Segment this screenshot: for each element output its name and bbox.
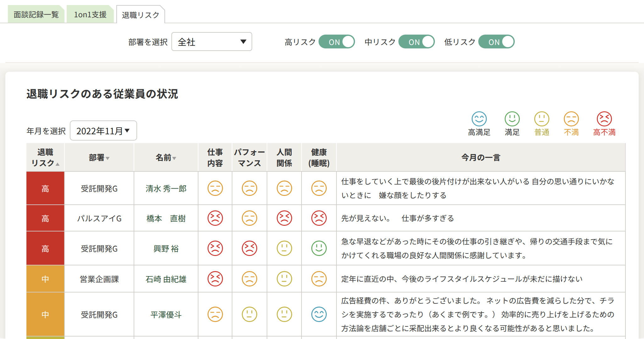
mood-legend: 高満足満足普通不満高不満 [468, 111, 616, 136]
sort-asc-icon[interactable] [55, 162, 60, 166]
mood-face-sad-icon [311, 180, 327, 196]
page-background: 退職リスクのある従業員の状況 年月を選択 2022年11月 高満足満足普通不満高… [0, 63, 644, 338]
employee-row-1: 高パルスアイG橋本 直樹先が見えない。 仕事が多すぎる [26, 205, 625, 231]
score-cell [302, 265, 336, 292]
toggle-knob[interactable] [502, 36, 514, 47]
mood-face-sad-icon [242, 180, 258, 196]
risk-level-cell: 高 [26, 205, 64, 231]
legend-item-sad: 不満 [564, 111, 579, 136]
toggle-label-2: 低リスク [444, 36, 476, 47]
column-header-2[interactable]: 名前 [134, 143, 198, 171]
mood-face-very-sad-icon [597, 111, 612, 127]
column-header-0[interactable]: 退職リスク [26, 143, 64, 171]
score-cell [232, 205, 267, 231]
monthly-comment-cell: 定年に直近の中、今後のライフスタイルスケジュールが未だに描けない [336, 265, 625, 292]
legend-label: 普通 [534, 128, 549, 136]
department-cell: 受託開発G [64, 171, 134, 205]
toggle-switch-0[interactable]: ON [319, 35, 355, 48]
legend-label: 不満 [564, 128, 579, 136]
column-header-6: 健康(睡眠) [302, 143, 336, 171]
mood-face-neutral-icon [242, 306, 258, 322]
month-select[interactable]: 2022年11月 [70, 120, 137, 141]
mood-face-wrap [232, 240, 267, 256]
score-cell [302, 292, 336, 336]
toggle-label-1: 中リスク [364, 36, 396, 47]
score-cell [232, 231, 267, 265]
score-cell [302, 205, 336, 231]
department-cell: 受託開発G [64, 231, 134, 265]
department-cell: 受託開発G [64, 292, 134, 336]
monthly-comment-cell: 仕事をしていく上で最後の後片付けが出来ない人がいる 自分の思い通りにいかないとき… [336, 171, 625, 205]
sort-desc-icon[interactable] [105, 157, 110, 160]
mood-face-neutral-icon [276, 271, 292, 287]
score-cell [267, 265, 302, 292]
mood-face-wrap [302, 240, 336, 256]
header-label-line: 部署 [89, 151, 104, 163]
header-label-line: パフォー [234, 146, 265, 157]
toggle-knob[interactable] [422, 36, 434, 47]
risk-table-body: 高受託開発G清水 秀一郎仕事をしていく上で最後の後片付けが出来ない人がいる 自分… [26, 171, 625, 339]
mood-face-neutral-icon [276, 240, 292, 256]
mood-face-wrap [267, 271, 301, 287]
toggle-switch-2[interactable]: ON [478, 35, 515, 48]
legend-item-happy: 満足 [504, 111, 520, 136]
tab-bar: 面談記録一覧 1on1支援 退職リスク [0, 0, 644, 23]
header-label-line: 内容 [207, 157, 223, 168]
score-cell [198, 231, 232, 265]
employee-name-link[interactable] [134, 336, 198, 339]
employee-name-link[interactable]: 興野 裕 [134, 231, 198, 265]
employee-name-link[interactable]: 橋本 直樹 [134, 205, 198, 231]
department-cell: 営業企画課 [64, 265, 134, 292]
score-cell [267, 205, 302, 231]
mood-face-sad-icon [242, 210, 258, 226]
risk-level-cell: 低 [26, 336, 64, 339]
score-cell [232, 171, 267, 205]
chevron-down-icon [125, 129, 130, 133]
toggle-knob[interactable] [342, 36, 354, 47]
month-select-value: 2022年11月 [76, 124, 123, 137]
column-header-4: パフォーマンス [232, 143, 267, 171]
legend-item-very-happy: 高満足 [468, 111, 491, 136]
mood-face-wrap [232, 306, 267, 322]
tab-1on1-support[interactable]: 1on1支援 [67, 5, 114, 23]
column-header-1[interactable]: 部署 [64, 143, 134, 171]
mood-face-sad-icon [242, 271, 258, 287]
mood-face-happy-icon [504, 111, 520, 127]
score-cell [198, 336, 232, 339]
mood-face-wrap [198, 180, 232, 196]
employee-name-link[interactable]: 清水 秀一郎 [134, 171, 198, 205]
mood-face-wrap [267, 240, 301, 256]
employee-name-link[interactable]: 石崎 由紀雄 [134, 265, 198, 292]
score-cell [302, 336, 336, 339]
mood-face-wrap [267, 210, 301, 226]
risk-level-cell: 中 [26, 292, 64, 336]
toggle-label-0: 高リスク [285, 36, 316, 47]
risk-table: 退職リスク部署名前仕事内容パフォーマンス人間関係健康(睡眠)今月の一言 高受託開… [26, 143, 626, 339]
sort-desc-icon[interactable] [172, 157, 176, 160]
score-cell [198, 171, 232, 205]
column-header-3: 仕事内容 [198, 143, 232, 171]
mood-face-very-happy-icon [311, 306, 327, 322]
toggle-switch-1[interactable]: ON [398, 35, 435, 48]
score-cell [232, 292, 267, 336]
month-select-label: 年月を選択 [26, 125, 66, 136]
tab-turnover-risk[interactable]: 退職リスク [116, 5, 165, 23]
header-label-line: 退職 [37, 146, 53, 157]
chevron-down-icon [240, 40, 247, 44]
employee-row-3: 中営業企画課石崎 由紀雄定年に直近の中、今後のライフスタイルスケジュールが未だに… [26, 265, 625, 292]
mood-face-wrap [302, 180, 336, 196]
header-row: 退職リスク部署名前仕事内容パフォーマンス人間関係健康(睡眠)今月の一言 [26, 143, 625, 171]
department-select[interactable]: 全社 [171, 32, 252, 51]
mood-face-very-sad-icon [311, 210, 327, 226]
mood-face-wrap [198, 306, 232, 322]
filter-bar: 部署を選択 全社 高リスクON中リスクON低リスクON [5, 23, 639, 63]
tab-interview-records[interactable]: 面談記録一覧 [8, 5, 64, 23]
employee-row-5: 低 [26, 336, 625, 339]
filter-section: 部署を選択 全社 高リスクON中リスクON低リスクON [0, 23, 644, 63]
risk-table-header: 退職リスク部署名前仕事内容パフォーマンス人間関係健康(睡眠)今月の一言 [26, 143, 625, 171]
score-cell [198, 292, 232, 336]
employee-name-link[interactable]: 平澤優斗 [134, 292, 198, 336]
score-cell [198, 205, 232, 231]
department-select-value: 全社 [178, 35, 195, 48]
score-cell [267, 231, 302, 265]
